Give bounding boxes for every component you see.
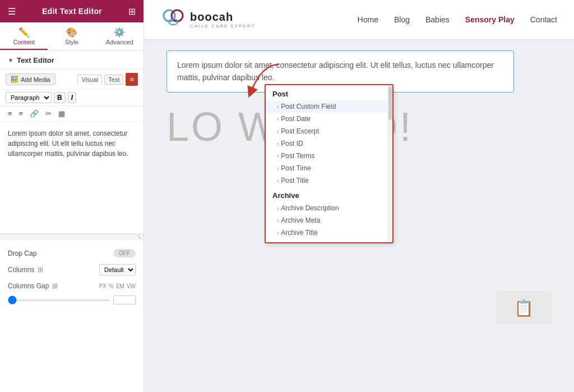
bold-button[interactable]: B: [54, 92, 66, 103]
dropdown-item-label: Post Excerpt: [281, 127, 319, 135]
dropdown-group-post: Post: [266, 85, 392, 100]
nav-home[interactable]: Home: [358, 15, 378, 24]
left-panel: ☰ Edit Text Editor ⊞ ✏️ Content 🎨 Style …: [0, 0, 144, 392]
unit-px[interactable]: PX: [99, 283, 107, 289]
style-icon: 🎨: [66, 27, 77, 38]
link-icon[interactable]: 🔗: [27, 108, 41, 119]
panel-tabs: ✏️ Content 🎨 Style ⚙️ Advanced: [0, 22, 144, 50]
right-panel: boocah Child Care Expert Home Blog Babie…: [144, 0, 574, 392]
text-tab-button[interactable]: Text: [104, 75, 123, 85]
logo-name: boocah: [190, 11, 256, 24]
advanced-icon: ⚙️: [114, 27, 125, 38]
list-unordered-icon[interactable]: ≡: [6, 108, 15, 119]
dropdown-scrollbar[interactable]: [388, 85, 392, 242]
editor-content-area[interactable]: Lorem ipsum dolor sit amet, consectetur …: [0, 122, 144, 234]
dropdown-item-label: Archive Title: [281, 229, 317, 237]
dropdown-item-post-title[interactable]: › Post Title: [266, 174, 392, 187]
nav-babies[interactable]: Babies: [425, 15, 450, 24]
dropdown-group-site: Site: [266, 239, 392, 242]
tab-style-label: Style: [65, 39, 78, 45]
format-toolbar2: ≡ ≡ 🔗 ✂ ▦: [0, 106, 144, 122]
nav-blog[interactable]: Blog: [394, 15, 410, 24]
add-media-icon: 🖼️: [11, 76, 18, 83]
dropdown-item-label: Archive Meta: [281, 216, 320, 224]
dropdown-item-post-terms[interactable]: › Post Terms: [266, 150, 392, 162]
columns-gap-slider[interactable]: [8, 299, 110, 301]
dropdown-scrollbar-thumb: [388, 86, 392, 120]
logo-text: boocah Child Care Expert: [190, 11, 256, 29]
nav-sensory-play[interactable]: Sensory Play: [465, 15, 515, 24]
clipboard-icon: 📋: [514, 299, 534, 317]
format-select[interactable]: Paragraph: [6, 92, 52, 103]
dropdown-item-label: Post ID: [281, 140, 303, 147]
unit-group: PX % EM VW: [99, 283, 136, 289]
section-header: ▼ Text Editor: [0, 50, 144, 70]
dynamic-tags-button[interactable]: ≡: [126, 73, 138, 86]
dropdown-item-label: Post Time: [281, 164, 311, 172]
dropdown-item-post-custom-field[interactable]: › Post Custom Field: [266, 100, 392, 113]
text-block-content: Lorem ipsum dolor sit amet, consectetur …: [177, 61, 494, 82]
columns-responsive-icon[interactable]: ⊞: [38, 266, 43, 274]
dropdown-group-archive: Archive: [266, 187, 392, 202]
logo-icon: [161, 7, 186, 32]
dropdown-item-label: Post Terms: [281, 152, 314, 160]
dropdown-item-post-date[interactable]: › Post Date: [266, 113, 392, 125]
table-icon[interactable]: ▦: [56, 108, 67, 119]
dropdown-scroll[interactable]: Post › Post Custom Field › Post Date › P…: [266, 85, 392, 242]
columns-gap-input[interactable]: [113, 296, 136, 305]
dropdown-item-label: Post Date: [281, 115, 311, 123]
columns-label: Columns: [8, 266, 34, 274]
editor-resize-handle[interactable]: ⤡: [0, 234, 144, 239]
dropdown-item-label: Post Title: [281, 177, 308, 185]
columns-gap-icon[interactable]: ⊞: [52, 282, 58, 290]
hamburger-icon[interactable]: ☰: [8, 6, 16, 17]
add-media-label: Add Media: [21, 76, 50, 83]
drop-cap-toggle[interactable]: OFF: [113, 249, 136, 257]
nav-menu: Home Blog Babies Sensory Play Contact: [358, 15, 557, 24]
clipboard-area: 📋: [496, 291, 552, 325]
dropdown-item-label: Post Custom Field: [281, 103, 336, 110]
content-icon: ✏️: [18, 27, 30, 38]
controls-section: Drop Cap OFF Columns ⊞ Default Columns G…: [0, 239, 144, 312]
dropdown-item-archive-title[interactable]: › Archive Title: [266, 227, 392, 239]
dropdown-item-post-excerpt[interactable]: › Post Excerpt: [266, 125, 392, 137]
tab-style[interactable]: 🎨 Style: [48, 22, 95, 50]
dropdown-item-post-id[interactable]: › Post ID: [266, 137, 392, 150]
unit-vw[interactable]: VW: [127, 283, 136, 289]
dropdown-item-archive-description[interactable]: › Archive Description: [266, 202, 392, 214]
logo-area: boocah Child Care Expert: [161, 7, 256, 32]
tab-advanced-label: Advanced: [106, 39, 133, 45]
section-title: Text Editor: [17, 56, 54, 64]
columns-select[interactable]: Default: [99, 264, 136, 275]
columns-gap-label: Columns Gap: [8, 282, 49, 290]
editor-toolbar: 🖼️ Add Media Visual Text ≡: [0, 70, 144, 90]
dropdown-item-label: Archive Description: [281, 204, 339, 212]
site-header: boocah Child Care Expert Home Blog Babie…: [144, 0, 574, 39]
collapse-arrow[interactable]: ▼: [8, 57, 13, 63]
unit-percent[interactable]: %: [109, 283, 114, 289]
dropdown-popup: Post › Post Custom Field › Post Date › P…: [265, 84, 394, 243]
dropdown-item-post-time[interactable]: › Post Time: [266, 162, 392, 174]
columns-gap-row: Columns Gap ⊞ PX % EM VW: [8, 279, 136, 293]
panel-header: ☰ Edit Text Editor ⊞: [0, 0, 144, 22]
drop-cap-row: Drop Cap OFF: [8, 246, 136, 261]
columns-row: Columns ⊞ Default: [8, 261, 136, 279]
visual-tab-button[interactable]: Visual: [77, 75, 102, 85]
drop-cap-label: Drop Cap: [8, 250, 36, 257]
slider-row: [8, 293, 136, 307]
grid-icon[interactable]: ⊞: [128, 6, 136, 17]
tab-advanced[interactable]: ⚙️ Advanced: [96, 22, 144, 50]
italic-button[interactable]: I: [68, 92, 76, 103]
editor-text: Lorem ipsum dolor sit amet, consectetur …: [8, 130, 128, 158]
tab-content-label: Content: [13, 39, 35, 45]
unlink-icon[interactable]: ✂: [43, 108, 54, 119]
panel-title: Edit Text Editor: [42, 7, 102, 16]
unit-em[interactable]: EM: [116, 283, 124, 289]
dropdown-item-archive-meta[interactable]: › Archive Meta: [266, 214, 392, 227]
format-toolbar: Paragraph B I: [0, 90, 144, 106]
list-ordered-icon[interactable]: ≡: [17, 108, 26, 119]
add-media-button[interactable]: 🖼️ Add Media: [6, 73, 55, 85]
nav-contact[interactable]: Contact: [530, 15, 557, 24]
tab-content[interactable]: ✏️ Content: [0, 22, 48, 50]
logo-tagline: Child Care Expert: [190, 24, 256, 29]
